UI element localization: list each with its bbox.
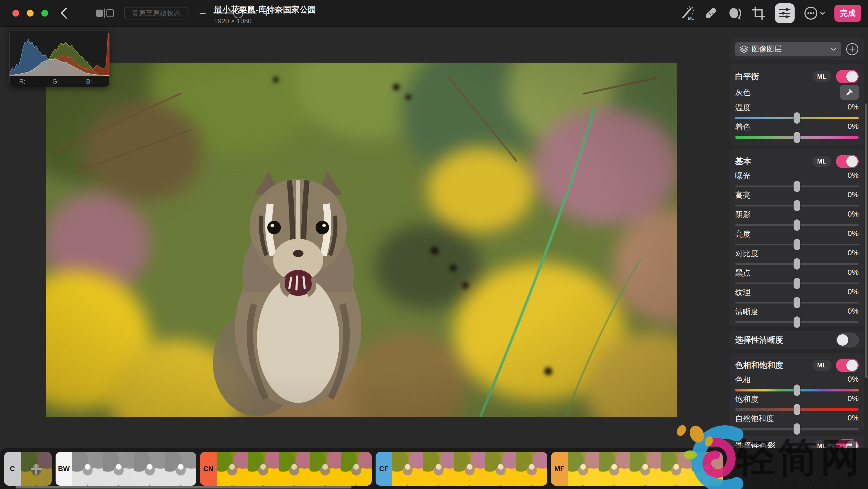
hue-saturation-toggle[interactable] [836,358,859,372]
contrast-slider[interactable] [735,263,859,265]
photo-vignette [46,63,677,417]
slider-value: 0% [847,394,859,405]
preset-group-label[interactable]: MF [551,452,568,486]
preset-thumbnail[interactable] [103,452,134,486]
preset-thumbnail[interactable] [568,452,599,486]
tint-slider[interactable] [735,136,859,139]
restore-original-button[interactable]: 复原至原始状态 [124,7,188,20]
slider-thumb[interactable] [794,278,800,289]
preset-thumbnail[interactable] [341,452,372,486]
preset-thumbnail[interactable] [516,452,547,486]
slider-thumb[interactable] [794,181,800,192]
ml-badge[interactable]: ML [812,71,831,82]
preset-group-cn: CN [200,452,372,486]
slider-value: 0% [847,190,859,201]
preset-thumbnail[interactable] [248,452,279,486]
preset-group-label[interactable]: BW [56,452,72,486]
preset-thumbnail[interactable] [599,452,630,486]
crop-icon[interactable] [752,6,766,20]
slider-label: 阴影 [735,209,847,220]
close-window-button[interactable] [12,10,19,17]
compare-view-icon[interactable] [96,8,114,18]
slider-label: 曝光 [735,171,847,181]
slider-thumb[interactable] [794,112,800,124]
minimize-window-button[interactable] [27,10,34,17]
more-options-button[interactable] [804,6,825,20]
repair-bandage-icon[interactable] [704,6,718,21]
slider-thumb[interactable] [794,404,800,415]
back-button[interactable] [60,7,68,20]
preset-thumbnail[interactable] [165,452,196,486]
photo-canvas[interactable] [46,63,677,417]
temperature-slider[interactable] [735,117,859,119]
preset-thumbnail[interactable] [134,452,165,486]
zoom-out-icon[interactable] [199,10,206,17]
ml-badge[interactable]: ML [812,359,831,371]
preset-thumbnail[interactable] [692,452,723,486]
black-point-slider[interactable] [735,283,859,284]
preset-thumbnail[interactable] [454,452,485,486]
preset-thumbnail[interactable] [310,452,341,486]
preset-group-cf: CF [376,452,547,486]
exposure-slider[interactable] [735,185,859,187]
preset-group-bw: BW [56,452,196,486]
preset-thumbnail[interactable] [217,452,248,486]
shadows-slider[interactable] [735,224,859,226]
eyedropper-button[interactable] [840,85,859,100]
slider-label: 清晰度 [735,307,847,317]
texture-slider[interactable] [735,302,859,304]
add-adjustment-button[interactable] [846,43,859,56]
panel-title: 白平衡 [735,71,808,82]
preset-group-label[interactable]: C [4,452,21,486]
saturation-slider[interactable] [735,408,859,411]
preset-thumbnail[interactable] [279,452,310,486]
slider-thumb[interactable] [794,258,800,269]
hue-slider[interactable] [735,389,859,392]
ml-enhance-icon[interactable]: ML [680,6,694,20]
slider-label: 饱和度 [735,394,847,405]
slider-thumb[interactable] [794,200,800,211]
slider-thumb[interactable] [794,297,800,308]
ml-badge[interactable]: ML [812,156,831,167]
add-preset-thumbnail[interactable]: + [21,452,52,486]
layer-selector-dropdown[interactable]: 图像图层 [735,42,841,56]
selective-clarity-toggle[interactable] [836,333,859,347]
layer-selector-label: 图像图层 [752,44,827,54]
preset-group-custom: C + [4,452,52,486]
document-dimensions: 1920 × 1080 [214,17,316,25]
slider-thumb[interactable] [794,239,800,250]
preset-group-label[interactable]: CF [376,452,392,486]
preset-thumbnail[interactable] [423,452,454,486]
highlights-slider[interactable] [735,205,859,206]
done-button[interactable]: 完成 [834,5,861,22]
adjustments-tool-selected[interactable] [775,3,795,23]
preset-thumbnail[interactable] [485,452,516,486]
basic-toggle[interactable] [836,155,859,168]
histogram-g-value: G: --- [53,78,67,85]
slider-label: 着色 [735,122,847,133]
slider-thumb[interactable] [794,316,800,328]
rotate-icon[interactable] [727,6,742,21]
slider-thumb[interactable] [794,220,800,231]
white-balance-toggle[interactable] [836,70,859,83]
chevron-down-icon [820,11,825,15]
white-balance-panel: 白平衡 ML 灰色 温度0% 着色0% [730,64,864,145]
brightness-slider[interactable] [735,244,859,245]
slider-thumb[interactable] [794,423,800,435]
preset-thumbnail[interactable] [661,452,692,486]
slider-thumb[interactable] [794,384,800,396]
slider-value: 0% [847,171,859,181]
preset-thumbnail[interactable] [630,452,661,486]
slider-thumb[interactable] [794,132,800,143]
slider-value: 0% [847,103,859,113]
vibrance-slider[interactable] [735,428,859,430]
preset-thumbnail[interactable] [392,452,423,486]
histogram-chart [9,31,109,76]
zoom-window-button[interactable] [41,10,48,17]
sidebar-scrollbar[interactable] [865,104,867,378]
preset-group-label[interactable]: CN [200,452,217,486]
toolbar: 复原至原始状态 最小花栗鼠-库特奈国家公园 1920 × 1080 ML [0,0,868,27]
clarity-slider[interactable] [735,321,859,323]
preset-thumbnail[interactable] [72,452,103,486]
filmstrip-scrollbar[interactable] [16,486,351,488]
